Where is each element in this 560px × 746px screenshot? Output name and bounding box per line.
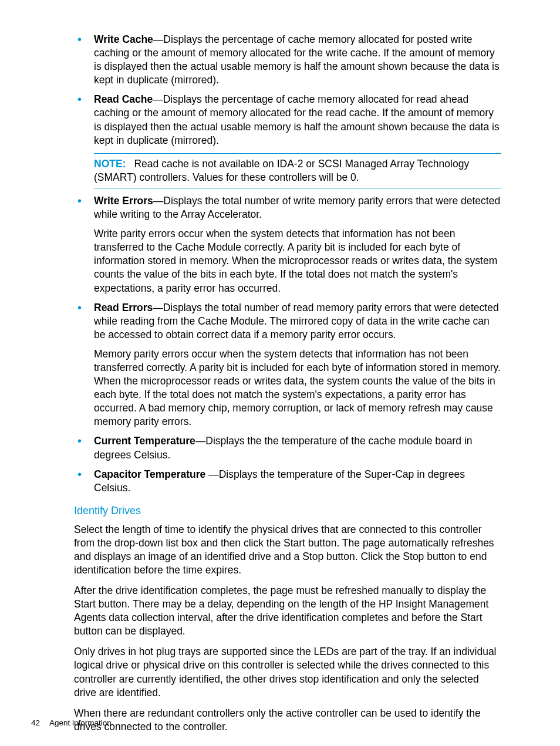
note-box: NOTE:Read cache is not available on IDA-… [94, 153, 501, 188]
footer-title: Agent information [49, 718, 112, 727]
term-desc: —Displays the percentage of cache memory… [94, 33, 500, 86]
section-heading: Identify Drives [74, 504, 501, 518]
list-item: Capacitor Temperature —Displays the temp… [74, 468, 501, 495]
term-desc: —Displays the total number of write memo… [94, 195, 500, 220]
term-label: Write Errors [94, 195, 153, 207]
list-item: Write Cache—Displays the percentage of c… [74, 33, 501, 87]
page-content: Write Cache—Displays the percentage of c… [74, 33, 501, 741]
list-item: Read Errors—Displays the total number of… [74, 301, 501, 429]
list-item: Read Cache—Displays the percentage of ca… [74, 93, 501, 188]
extra-para: Memory parity errors occur when the syst… [94, 347, 501, 429]
body-para: Only drives in hot plug trays are suppor… [74, 645, 501, 699]
extra-para: Write parity errors occur when the syste… [94, 227, 501, 295]
term-desc: —Displays the total number of read memor… [94, 302, 499, 340]
term-label: Capacitor Temperature [94, 468, 208, 480]
term-label: Read Cache [94, 93, 153, 105]
bullet-list: Write Cache—Displays the percentage of c… [74, 33, 501, 495]
term-label: Write Cache [94, 33, 153, 45]
body-para: When there are redundant controllers onl… [74, 707, 501, 734]
term-desc: —Displays the percentage of cache memory… [94, 93, 500, 146]
list-item: Write Errors—Displays the total number o… [74, 194, 501, 295]
body-para: After the drive identification completes… [74, 584, 501, 638]
body-para: Select the length of time to identify th… [74, 523, 501, 577]
term-label: Read Errors [94, 302, 153, 313]
note-text: Read cache is not available on IDA-2 or … [94, 158, 469, 183]
list-item: Current Temperature—Displays the the tem… [74, 434, 501, 461]
note-label: NOTE: [94, 158, 126, 170]
term-label: Current Temperature [94, 435, 195, 447]
page-footer: 42Agent information [31, 718, 112, 728]
page-number: 42 [31, 718, 40, 727]
